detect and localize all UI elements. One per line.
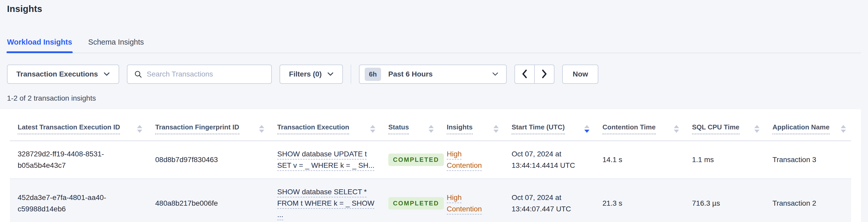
- chevron-down-icon: [327, 72, 334, 76]
- column-header-transaction-fingerprint-id[interactable]: Transaction Fingerprint ID: [155, 123, 239, 134]
- chevron-down-icon: [492, 72, 498, 76]
- column-header-latest-transaction-execution-id[interactable]: Latest Transaction Execution ID: [18, 123, 120, 134]
- sort-arrows-icon[interactable]: [259, 125, 264, 133]
- table-header-row: Latest Transaction Execution ID Transact…: [10, 116, 851, 141]
- transaction-execution-link[interactable]: SHOW database SELECT * FROM t WHERE k = …: [277, 188, 374, 219]
- time-range-dropdown[interactable]: 6h Past 6 Hours: [359, 65, 507, 84]
- cell-fingerprint-id: 08d8b7d97f830463: [148, 141, 270, 179]
- column-header-contention-time[interactable]: Contention Time: [602, 123, 656, 134]
- tab-workload-insights[interactable]: Workload Insights: [7, 38, 72, 53]
- cell-application-name: Transaction 3: [765, 141, 851, 179]
- time-range-label: Past 6 Hours: [388, 70, 433, 78]
- sort-arrows-icon[interactable]: [754, 125, 760, 133]
- transaction-insights-table: Latest Transaction Execution ID Transact…: [10, 116, 851, 222]
- sort-arrows-icon[interactable]: [429, 125, 434, 133]
- now-button[interactable]: Now: [562, 65, 598, 84]
- toolbar-divider: [351, 65, 351, 84]
- table-row: 328729d2-ff19-4408-8531- b05a5b4e43c7 08…: [10, 141, 851, 179]
- cell-contention-time: 14.1 s: [595, 141, 684, 179]
- chevron-right-icon: [541, 69, 547, 80]
- search-input[interactable]: [147, 70, 265, 78]
- column-header-status[interactable]: Status: [388, 123, 409, 134]
- cell-application-name: Transaction 2: [765, 179, 851, 222]
- cell-sql-cpu-time: 716.3 µs: [684, 179, 765, 222]
- search-icon: [134, 70, 142, 78]
- column-header-transaction-execution[interactable]: Transaction Execution: [277, 123, 349, 134]
- time-pager: [515, 65, 554, 84]
- tab-bar: Workload Insights Schema Insights: [7, 38, 868, 53]
- search-transactions-box: [127, 65, 272, 84]
- filters-label: Filters (0): [289, 70, 321, 78]
- sort-arrows-icon[interactable]: [137, 125, 142, 133]
- time-next-button[interactable]: [534, 65, 554, 84]
- view-type-label: Transaction Executions: [17, 70, 98, 78]
- time-prev-button[interactable]: [515, 65, 534, 84]
- toolbar: Transaction Executions Filters (0) 6h Pa…: [7, 65, 868, 84]
- cell-execution-id: 328729d2-ff19-4408-8531- b05a5b4e43c7: [10, 141, 148, 179]
- filters-dropdown[interactable]: Filters (0): [280, 65, 343, 84]
- column-header-sql-cpu-time[interactable]: SQL CPU Time: [692, 123, 740, 134]
- sort-arrows-icon[interactable]: [841, 125, 846, 133]
- insights-table-card: Latest Transaction Execution ID Transact…: [0, 109, 861, 222]
- cell-contention-time: 21.3 s: [595, 179, 684, 222]
- column-header-start-time[interactable]: Start Time (UTC): [512, 123, 565, 134]
- sort-arrows-icon[interactable]: [370, 125, 375, 133]
- column-header-insights[interactable]: Insights: [447, 123, 473, 134]
- sort-arrows-icon[interactable]: [584, 125, 589, 133]
- status-badge: COMPLETED: [388, 197, 444, 210]
- cell-execution-id: 452da3e7-e7fa-4801-aa40- c59988d14eb6: [10, 179, 148, 222]
- table-row: 452da3e7-e7fa-4801-aa40- c59988d14eb6 48…: [10, 179, 851, 222]
- sort-arrows-icon[interactable]: [493, 125, 499, 133]
- cell-start-time: Oct 07, 2024 at 13:44:14.4414 UTC: [504, 141, 595, 179]
- column-header-application-name[interactable]: Application Name: [773, 123, 830, 134]
- cell-start-time: Oct 07, 2024 at 13:44:07.447 UTC: [504, 179, 595, 222]
- view-type-dropdown[interactable]: Transaction Executions: [7, 65, 119, 84]
- page-title: Insights: [7, 4, 868, 14]
- tab-schema-insights[interactable]: Schema Insights: [88, 38, 144, 53]
- transaction-execution-link[interactable]: SHOW database UPDATE t SET v = _ WHERE k…: [277, 150, 375, 169]
- cell-fingerprint-id: 480a8b217be006fe: [148, 179, 270, 222]
- results-summary: 1-2 of 2 transaction insights: [7, 94, 868, 102]
- insight-high-contention-link[interactable]: High Contention: [447, 150, 482, 169]
- time-range-badge: 6h: [365, 68, 381, 81]
- insight-high-contention-link[interactable]: High Contention: [447, 193, 482, 213]
- cell-sql-cpu-time: 1.1 ms: [684, 141, 765, 179]
- status-badge: COMPLETED: [388, 154, 444, 166]
- chevron-down-icon: [103, 72, 110, 76]
- chevron-left-icon: [522, 69, 527, 80]
- sort-arrows-icon[interactable]: [674, 125, 679, 133]
